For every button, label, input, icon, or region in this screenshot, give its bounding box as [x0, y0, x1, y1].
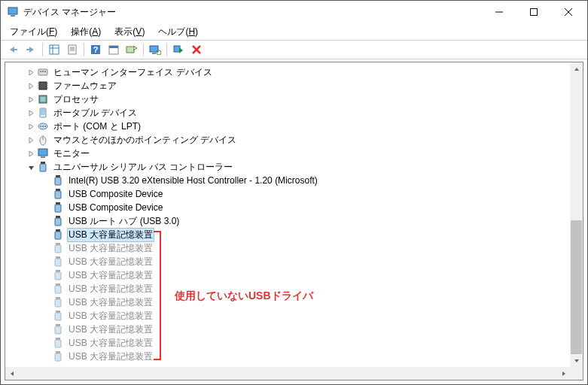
usb-icon	[52, 269, 64, 281]
expand-spacer	[41, 230, 50, 239]
expand-icon[interactable]	[26, 108, 35, 117]
portable-icon	[37, 107, 49, 119]
svg-rect-11	[69, 45, 76, 54]
usb-icon	[52, 215, 64, 227]
usb-icon	[52, 350, 64, 362]
tree-item[interactable]: USB 大容量記憶装置	[5, 255, 583, 268]
tree-item[interactable]: USB 大容量記憶装置	[5, 241, 583, 255]
svg-rect-19	[126, 47, 134, 53]
tree-item[interactable]: USB 大容量記憶装置	[5, 309, 583, 323]
expand-spacer	[41, 311, 50, 320]
tree-item-label: Intel(R) USB 3.20 eXtensible Host Contro…	[67, 175, 319, 186]
expand-icon[interactable]	[26, 81, 35, 90]
expand-spacer	[41, 325, 50, 334]
scroll-left-button[interactable]	[5, 367, 18, 380]
device-tree[interactable]: ヒューマン インターフェイス デバイスファームウェアプロセッサポータブル デバイ…	[5, 62, 583, 363]
tree-item[interactable]: USB 大容量記憶装置	[5, 323, 583, 336]
update-driver-button[interactable]	[123, 41, 141, 58]
firmware-icon	[37, 80, 49, 92]
tree-item[interactable]: ユニバーサル シリアル バス コントローラー	[5, 160, 583, 174]
forward-button[interactable]	[22, 41, 40, 58]
tree-item[interactable]: ポート (COM と LPT)	[5, 120, 583, 133]
usb-icon	[52, 296, 64, 308]
close-button[interactable]	[551, 1, 586, 23]
tree-item-label: モニター	[52, 147, 91, 160]
date-button[interactable]	[105, 41, 123, 58]
expand-spacer	[41, 176, 50, 185]
menu-action[interactable]: 操作(A)	[65, 24, 107, 40]
tree-item-label: USB 大容量記憶装置	[67, 310, 154, 323]
expand-spacer	[41, 257, 50, 266]
tree-item[interactable]: USB ルート ハブ (USB 3.0)	[5, 214, 583, 228]
tree-item[interactable]: マウスとそのほかのポインティング デバイス	[5, 133, 583, 147]
tree-item-label: USB 大容量記憶装置	[67, 228, 154, 242]
tree-item[interactable]: プロセッサ	[5, 92, 583, 106]
collapse-icon[interactable]	[26, 162, 35, 171]
usb-icon	[52, 174, 64, 186]
menubar: ファイル(F) 操作(A) 表示(V) ヘルプ(H)	[1, 23, 587, 40]
uninstall-device-button[interactable]	[187, 41, 206, 58]
svg-rect-23	[174, 46, 180, 52]
back-button[interactable]	[4, 41, 22, 58]
annotation-bracket	[160, 231, 161, 360]
tree-item[interactable]: ファームウェア	[5, 79, 583, 92]
tree-item[interactable]: USB 大容量記憶装置	[5, 268, 583, 282]
menu-view[interactable]: 表示(V)	[108, 24, 151, 40]
tree-item[interactable]: USB 大容量記憶装置	[5, 350, 583, 363]
usb-icon	[52, 283, 64, 295]
enable-device-button[interactable]	[169, 41, 187, 58]
minimize-button[interactable]	[482, 1, 516, 23]
tree-item[interactable]: Intel(R) USB 3.20 eXtensible Host Contro…	[5, 174, 583, 187]
tree-item-label: ポータブル デバイス	[52, 107, 139, 120]
tree-item[interactable]: ポータブル デバイス	[5, 106, 583, 120]
scroll-right-button[interactable]	[557, 367, 570, 380]
svg-rect-3	[531, 9, 538, 16]
expand-spacer	[41, 271, 50, 280]
usb-icon	[52, 202, 64, 214]
tree-item[interactable]: ヒューマン インターフェイス デバイス	[5, 65, 583, 79]
app-icon	[7, 6, 19, 18]
view-all-button[interactable]	[45, 41, 63, 58]
tree-item-label: マウスとそのほかのポインティング デバイス	[52, 134, 238, 147]
usb-icon	[52, 242, 64, 254]
scroll-down-button[interactable]	[570, 354, 583, 367]
scan-hardware-button[interactable]	[146, 41, 164, 58]
tree-item-label: USB Composite Device	[67, 202, 164, 213]
cpu-icon	[37, 93, 49, 105]
tree-item[interactable]: モニター	[5, 147, 583, 160]
svg-point-22	[157, 50, 161, 55]
expand-icon[interactable]	[26, 122, 35, 131]
tree-item-label: USB 大容量記憶装置	[67, 296, 154, 309]
expand-spacer	[41, 352, 50, 361]
scroll-up-button[interactable]	[570, 62, 583, 75]
maximize-button[interactable]	[516, 1, 551, 23]
expand-icon[interactable]	[26, 149, 35, 158]
expand-icon[interactable]	[26, 135, 35, 144]
port-icon	[37, 120, 49, 132]
tree-item[interactable]: USB Composite Device	[5, 187, 583, 201]
tree-item-label: USB ルート ハブ (USB 3.0)	[67, 215, 181, 228]
scroll-corner	[570, 367, 583, 380]
tree-item-label: プロセッサ	[52, 93, 100, 106]
help-button[interactable]: ?	[87, 41, 105, 58]
expand-spacer	[41, 284, 50, 293]
horizontal-scrollbar[interactable]	[5, 367, 570, 380]
tree-item-label: ポート (COM と LPT)	[52, 120, 142, 133]
properties-button[interactable]	[63, 41, 81, 58]
usb-icon	[52, 256, 64, 268]
toolbar: ?	[1, 40, 587, 59]
menu-file[interactable]: ファイル(F)	[4, 24, 63, 40]
tree-item[interactable]: USB Composite Device	[5, 201, 583, 214]
usb-icon	[37, 161, 49, 173]
expand-icon[interactable]	[26, 68, 35, 77]
svg-rect-7	[26, 49, 30, 50]
svg-rect-0	[8, 8, 17, 14]
expand-icon[interactable]	[26, 95, 35, 104]
tree-item[interactable]: USB 大容量記憶装置	[5, 228, 583, 241]
vertical-scrollbar[interactable]	[570, 62, 583, 367]
tree-item[interactable]: USB 大容量記憶装置	[5, 336, 583, 350]
expand-spacer	[41, 203, 50, 212]
menu-help[interactable]: ヘルプ(H)	[152, 24, 204, 40]
hid-icon	[37, 66, 49, 78]
scroll-thumb[interactable]	[571, 220, 582, 356]
